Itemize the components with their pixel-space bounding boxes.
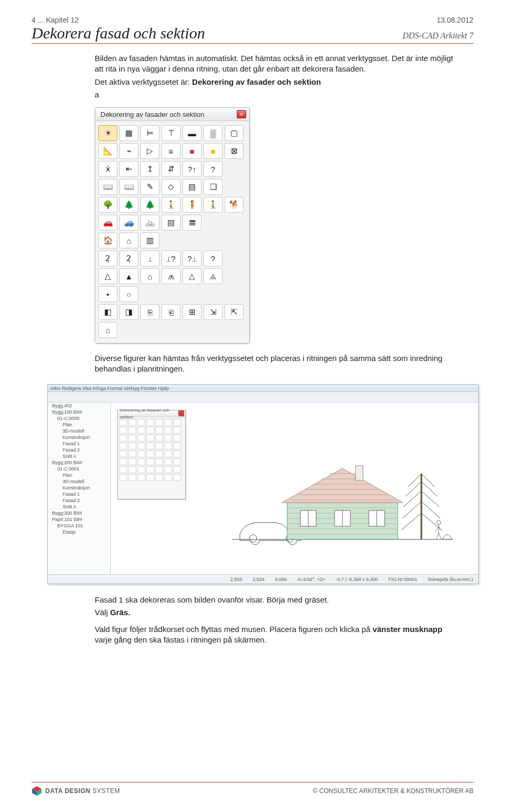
person-walk-icon[interactable]: 🚶 bbox=[204, 197, 223, 213]
mini-tool-icon[interactable] bbox=[164, 427, 172, 434]
house-fill-icon[interactable]: 🏠 bbox=[98, 233, 117, 248]
copy-doc-icon[interactable]: ⎘ bbox=[140, 304, 159, 320]
sheet-icon[interactable]: ▤ bbox=[183, 179, 201, 195]
tree-item[interactable]: Plan bbox=[48, 472, 110, 478]
mini-tool-icon[interactable] bbox=[155, 435, 163, 442]
mini-tool-icon[interactable] bbox=[137, 474, 145, 481]
pencil-icon[interactable]: ✎ bbox=[140, 179, 159, 195]
mini-tool-icon[interactable] bbox=[173, 443, 181, 449]
dimension-icon[interactable]: ⊤ bbox=[161, 125, 180, 141]
mini-tool-icon[interactable] bbox=[146, 458, 154, 465]
tree-pine-icon[interactable]: 🌲 bbox=[140, 197, 159, 213]
mini-tool-icon[interactable] bbox=[146, 427, 154, 434]
mini-tool-icon[interactable] bbox=[164, 435, 172, 442]
level-xxx-icon[interactable]: ẋ bbox=[98, 161, 117, 177]
mini-tool-icon[interactable] bbox=[119, 419, 127, 426]
tree-item[interactable]: Bygg.vh2 bbox=[48, 403, 110, 409]
shrub-icon[interactable]: 🌲 bbox=[119, 197, 138, 213]
mini-tool-icon[interactable] bbox=[164, 458, 172, 465]
roof3-icon[interactable]: ⌂ bbox=[140, 268, 159, 284]
eraser-g-icon[interactable]: ◧ bbox=[98, 304, 117, 320]
tree-item[interactable]: Fasad 1 bbox=[48, 440, 110, 447]
tree-item[interactable]: Etasje bbox=[48, 529, 110, 535]
mini-tool-icon[interactable] bbox=[128, 450, 136, 457]
hatch-lines-icon[interactable]: ▤ bbox=[161, 215, 180, 230]
house-red-icon[interactable]: ⌂ bbox=[119, 233, 138, 248]
mini-tool-icon[interactable] bbox=[128, 419, 136, 426]
arrow-up-icon[interactable]: ↥ bbox=[140, 161, 159, 177]
tree-item[interactable]: 01-C;0000 bbox=[48, 415, 110, 422]
roof5-icon[interactable]: △ bbox=[183, 268, 201, 284]
fill-yellow-icon[interactable]: ■ bbox=[204, 143, 223, 159]
mini-tool-icon[interactable] bbox=[164, 419, 172, 426]
roof6-icon[interactable]: ⩓ bbox=[204, 268, 223, 284]
mini-tool-icon[interactable] bbox=[119, 458, 127, 465]
cross-box-icon[interactable]: ⊠ bbox=[225, 143, 244, 159]
mini-tool-icon[interactable] bbox=[137, 450, 145, 457]
mini-tool-icon[interactable] bbox=[119, 435, 127, 442]
mini-tool-icon[interactable] bbox=[164, 474, 172, 481]
book-open-icon[interactable]: 📖 bbox=[98, 179, 117, 195]
arrows-updown-icon[interactable]: ⇵ bbox=[161, 161, 180, 177]
mini-tool-icon[interactable] bbox=[119, 450, 127, 457]
mini-tool-icon[interactable] bbox=[146, 466, 154, 473]
person-blue-icon[interactable]: 🚶 bbox=[161, 197, 180, 213]
tree-item[interactable]: Bygg;300 BIM bbox=[48, 510, 110, 516]
tree-item[interactable]: Papir;101 BIM bbox=[48, 516, 110, 523]
grid-orange-icon[interactable]: ▦ bbox=[119, 125, 138, 141]
layers-icon[interactable]: ▥ bbox=[140, 233, 159, 248]
close-icon[interactable] bbox=[178, 410, 184, 416]
tree-item[interactable]: BYGGA 101 bbox=[48, 523, 110, 529]
mini-tool-icon[interactable] bbox=[155, 458, 163, 465]
dim-ext4-icon[interactable]: ? bbox=[204, 250, 223, 266]
car-blue-icon[interactable]: 🚙 bbox=[119, 215, 138, 230]
mini-tool-icon[interactable] bbox=[173, 458, 181, 465]
point-icon[interactable]: • bbox=[98, 286, 117, 302]
point2-icon[interactable]: ○ bbox=[119, 286, 138, 302]
tree-item[interactable]: 3D-modell bbox=[48, 428, 110, 434]
mini-tool-icon[interactable] bbox=[119, 443, 127, 449]
sun-dashed-icon[interactable]: ☀ bbox=[98, 125, 117, 141]
dim-ext3-icon[interactable]: ?⟂ bbox=[183, 250, 201, 266]
person-grey-icon[interactable]: 🧍 bbox=[183, 197, 201, 213]
roof1-icon[interactable]: △ bbox=[98, 268, 117, 284]
bring-front-icon[interactable]: ⇱ bbox=[225, 304, 244, 320]
mini-tool-icon[interactable] bbox=[137, 458, 145, 465]
zigzag-icon[interactable]: ⌁ bbox=[119, 143, 138, 159]
tree-item[interactable]: Snitt A bbox=[48, 453, 110, 459]
fill-pattern-icon[interactable]: ▒ bbox=[204, 125, 223, 141]
mini-tool-icon[interactable] bbox=[173, 435, 181, 442]
mini-tool-icon[interactable] bbox=[137, 435, 145, 442]
angle-icon[interactable]: 📐 bbox=[98, 143, 117, 159]
mini-tool-icon[interactable] bbox=[128, 474, 136, 481]
mini-tool-icon[interactable] bbox=[146, 419, 154, 426]
props-icon[interactable]: ⊞ bbox=[183, 304, 201, 320]
paste-doc-icon[interactable]: ⎗ bbox=[161, 304, 180, 320]
mini-tool-icon[interactable] bbox=[173, 419, 181, 426]
tree-item[interactable]: Bygg;200 BIM bbox=[48, 459, 110, 466]
mini-tool-icon[interactable] bbox=[155, 450, 163, 457]
mini-tool-icon[interactable] bbox=[146, 450, 154, 457]
send-back-icon[interactable]: ⇲ bbox=[204, 304, 223, 320]
mini-tool-icon[interactable] bbox=[137, 419, 145, 426]
mini-tool-icon[interactable] bbox=[128, 427, 136, 434]
mini-tool-icon[interactable] bbox=[146, 435, 154, 442]
tree-item[interactable]: Plan bbox=[48, 422, 110, 428]
mini-tool-icon[interactable] bbox=[173, 427, 181, 434]
tree-item[interactable]: Fasad 2 bbox=[48, 447, 110, 453]
mini-tool-icon[interactable] bbox=[146, 443, 154, 449]
mini-tool-icon[interactable] bbox=[128, 466, 136, 473]
tree-item[interactable]: Fasad 2 bbox=[48, 497, 110, 504]
mini-tool-icon[interactable] bbox=[119, 474, 127, 481]
mini-tool-icon[interactable] bbox=[137, 443, 145, 449]
mini-tool-icon[interactable] bbox=[155, 466, 163, 473]
mini-tool-icon[interactable] bbox=[164, 450, 172, 457]
mini-tool-icon[interactable] bbox=[128, 435, 136, 442]
tree-item[interactable]: Fasad 1 bbox=[48, 491, 110, 497]
mini-tool-icon[interactable] bbox=[119, 466, 127, 473]
tree-item[interactable]: Konstruksjon bbox=[48, 485, 110, 491]
tree-item[interactable]: Bygg;100 BIM bbox=[48, 409, 110, 415]
mini-tool-icon[interactable] bbox=[155, 419, 163, 426]
mini-tool-icon[interactable] bbox=[119, 427, 127, 434]
mini-tool-icon[interactable] bbox=[173, 450, 181, 457]
